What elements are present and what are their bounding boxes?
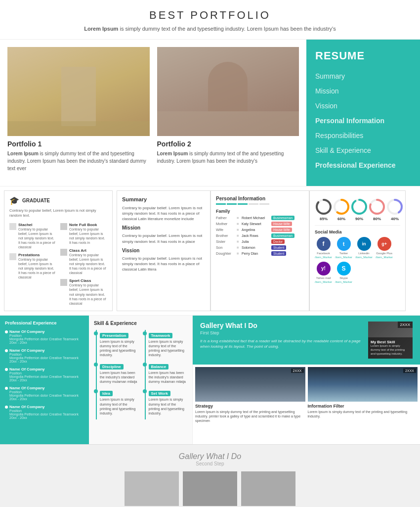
- skill-exp-title: Skill & Experience: [94, 321, 187, 326]
- exp-item: Name Of Company Position Mongolia Petfer…: [5, 348, 84, 363]
- bottom-gallery-section: Gallery What I Do Second Step: [7, 452, 413, 506]
- tl-item-discipline: Discipline Lorem Ipsum has been the indu…: [100, 361, 139, 384]
- exp-item: Name Of Company Position Mongolia Petfer…: [5, 386, 84, 401]
- my-best-skill-text: Lorem Ipsum is simply dummy text of the …: [371, 344, 410, 356]
- prof-exp-title: Professional Experience: [5, 321, 84, 325]
- summary-text: Contrary to popular belief. Lorem Ipsum …: [122, 205, 205, 222]
- social-icons-row: f Facebook /item_Marker t Twitter /item_…: [315, 237, 400, 283]
- sidebar-nav-summary[interactable]: Summary: [315, 72, 411, 80]
- mission-text: Contrary to popular belief. Lorem Ipsum …: [122, 233, 205, 244]
- gallery-title: Gallery What I Do: [200, 322, 363, 329]
- bottom-section: Gallery What I Do Second Step: [0, 444, 420, 507]
- prestations-text: Contrary to popular belief, Lorem Ipsum …: [18, 257, 56, 279]
- social-skype[interactable]: S Skype /item_Marker: [335, 262, 352, 283]
- social-media-title: Social Media: [315, 230, 400, 234]
- class-art-text: Contrary to popular belief, Lorem Ipsum …: [69, 253, 107, 275]
- social-yahoo[interactable]: y! Yahoo mail /item_Marker: [315, 262, 332, 283]
- gallery-quote: It is a long established fact that a rea…: [200, 338, 363, 349]
- sidebar-nav-prof-exp[interactable]: Professional Experience: [315, 161, 411, 169]
- header-text: is simply dummy text of the and typesett…: [118, 26, 336, 32]
- year-badge-2: 2XXX: [291, 369, 304, 373]
- svg-point-1: [317, 200, 331, 214]
- graduate-desc: Contrary to popular belief, Lorem Ipsum …: [9, 208, 107, 219]
- skill-circle-3: [350, 198, 368, 216]
- portfolio-desc-1: Lorem Ipsum is simply dummy text of the …: [7, 150, 150, 172]
- portfolio-image-1: [7, 47, 150, 136]
- portfolio-image-2: [157, 47, 299, 136]
- exp-item: Name Of Company Position Mongolia Petfer…: [5, 367, 84, 382]
- bottom-gallery-title: Gallery What I Do: [7, 452, 413, 461]
- family-title: Family: [216, 209, 304, 214]
- sidebar-nav-personal-info[interactable]: Personal Information: [315, 117, 411, 125]
- lower-row-2: Professional Experience Name Of Company …: [0, 315, 420, 444]
- mission-title: Mission: [122, 225, 205, 231]
- social-facebook[interactable]: f Facebook /item_Marker: [315, 237, 332, 259]
- note-title: Note Full Book: [69, 223, 107, 227]
- graduate-section: 🎓 GRADUATE Contrary to popular belief, L…: [4, 190, 113, 311]
- social-media-section: 85% 60% 90% 80: [309, 190, 406, 311]
- family-row: Sister = Julia Doctor: [216, 239, 304, 244]
- skill-3: 90%: [350, 198, 368, 221]
- main-layout: Portfolio 1 Lorem Ipsum is simply dummy …: [0, 40, 420, 186]
- info-filter-text: Lorem Ipsum is simply dummy text of the …: [308, 410, 418, 418]
- sidebar-nav-vission[interactable]: Vission: [315, 102, 411, 110]
- year-badge-3: 2XXX: [403, 369, 416, 373]
- grad-item-prestations: Prestations Contrary to popular belief, …: [9, 253, 56, 279]
- sidebar: RESUME Summary Mission Vission Personal …: [306, 40, 420, 186]
- family-rows: Father = Robert Michael Businessman Moth…: [216, 216, 304, 256]
- stachel-title: Stachel: [18, 223, 56, 227]
- lower-row-1: 🎓 GRADUATE Contrary to popular belief, L…: [0, 186, 420, 315]
- skill-2: 60%: [333, 198, 350, 221]
- prestations-title: Prestations: [18, 253, 56, 257]
- graduate-title: GRADUATE: [22, 198, 50, 203]
- prof-exp-panel: Professional Experience Name Of Company …: [0, 316, 89, 444]
- skill-5: 40%: [386, 198, 404, 221]
- tl-item-setwork: Set Work Lorem Ipsum is simply dummy tex…: [149, 388, 188, 415]
- my-best-skill-title: My Best Skill: [371, 340, 410, 344]
- social-linkedin[interactable]: in Linkedin /item_Marker: [355, 237, 373, 259]
- tl-item-balance: Balance Lorem Ipsum has been the industr…: [149, 361, 188, 384]
- exp-item: Name Of Company Position Mongolia Petfer…: [5, 405, 84, 419]
- info-filter-title: Information Filter: [308, 404, 418, 409]
- sidebar-nav-skill[interactable]: Skill & Experience: [315, 146, 411, 154]
- skill-4: 80%: [368, 198, 386, 221]
- portfolio-title-2: Portfolio 2: [157, 140, 299, 148]
- skills-circles-row: 85% 60% 90% 80: [315, 196, 400, 226]
- header-bold: Lorem Ipsum: [84, 26, 118, 32]
- sidebar-nav-responsibilities[interactable]: Responsibilities: [315, 132, 411, 139]
- grad-cap-icon: 🎓: [9, 196, 19, 205]
- note-full-book: Note Full Book Contrary to popular belie…: [60, 223, 107, 245]
- skill-1: 85%: [315, 198, 333, 221]
- skill-circle-1: [315, 198, 333, 216]
- skill-circle-2: [333, 198, 350, 216]
- portfolio-item-2: Portfolio 2 Lorem Ipsum is simply dummy …: [157, 47, 299, 179]
- exp-item: Name Of Company Position Mongolia Petfer…: [5, 329, 84, 344]
- summary-section: Summary Contrary to popular belief. Lore…: [117, 190, 210, 311]
- year-badge-1: 2XXX: [398, 322, 413, 328]
- summary-title: Summary: [122, 196, 205, 203]
- gallery-right-panel: Gallery What I Do First Step It is a lon…: [193, 316, 420, 444]
- vission-title: Vission: [122, 247, 205, 254]
- portfolio-section: Portfolio 1 Lorem Ipsum is simply dummy …: [0, 40, 306, 186]
- tl-item-teamwork: Teamwork Lorem Ipsum is simply dummy tex…: [149, 330, 188, 357]
- strategy-title: Strategy: [195, 404, 305, 409]
- strategy-text: Lorem Ipsum is simply dummy text of the …: [195, 410, 305, 423]
- sidebar-nav-mission[interactable]: Mission: [315, 87, 411, 95]
- family-row: Wife = Angelina House Wife: [216, 228, 304, 232]
- portfolio-title-1: Portfolio 1: [7, 140, 150, 148]
- personal-info-title: Personal Information: [216, 196, 304, 201]
- page-title: BEST PORTFOLIO: [10, 9, 410, 22]
- bottom-gallery-subtitle: Second Step: [7, 461, 413, 466]
- social-twitter[interactable]: t Twitter /item_Marker: [335, 237, 352, 259]
- class-art: Class Art Contrary to popular belief, Lo…: [60, 248, 107, 275]
- note-text: Contrary to popular belief, Lorem Ipsum …: [69, 227, 107, 245]
- social-google[interactable]: g+ Google Plus /item_Marker: [376, 237, 393, 259]
- family-row: Father = Robert Michael Businessman: [216, 216, 304, 220]
- class-art-title: Class Art: [69, 248, 107, 253]
- sidebar-title: RESUME: [315, 49, 411, 62]
- svg-point-5: [352, 200, 366, 214]
- family-row: Brother = Jack Rows Businessman: [216, 233, 304, 238]
- stachel-text: Contrary to popular belief, Lorem Ipsum …: [18, 227, 56, 249]
- tl-item-presentation: Presentation Lorem Ipsum is simply dummy…: [100, 330, 139, 357]
- personal-info-section: Personal Information Family Father = Rob…: [210, 190, 309, 311]
